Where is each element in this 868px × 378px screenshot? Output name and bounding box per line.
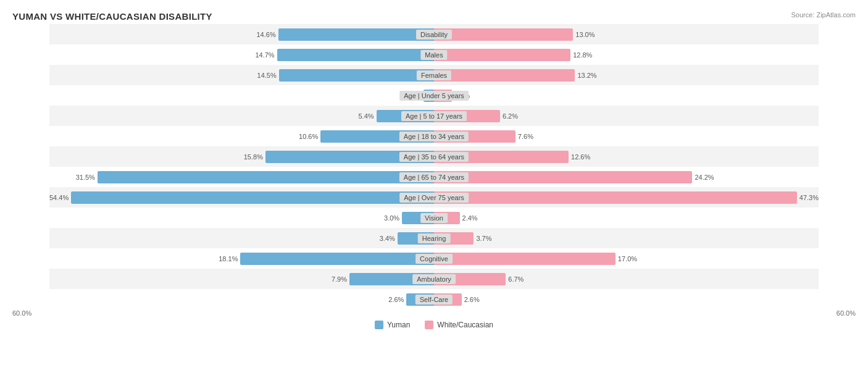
left-half: 3.4% [49, 228, 434, 248]
left-value: 7.9% [332, 275, 347, 283]
left-value: 3.0% [384, 214, 399, 222]
right-value: 13.0% [575, 31, 595, 38]
legend-yuman-box [375, 321, 383, 329]
pink-bar [434, 253, 616, 265]
right-half: 2.4% [434, 208, 819, 228]
right-value: 12.8% [573, 51, 592, 59]
left-half: 0.95% [49, 85, 434, 106]
pink-bar [434, 90, 452, 102]
table-row: 2.6% 2.6% Self-Care [49, 289, 819, 309]
blue-bar [265, 151, 434, 163]
right-half: 12.8% [434, 44, 819, 65]
left-value: 18.1% [219, 255, 238, 262]
table-row: 14.5% 13.2% Females [49, 65, 819, 85]
legend-white-label: White/Caucasian [437, 321, 493, 329]
left-half: 54.4% [49, 187, 434, 208]
left-half: 5.4% [49, 106, 434, 126]
pink-bar [434, 69, 575, 82]
blue-bar [278, 28, 434, 41]
right-half: 13.0% [434, 24, 819, 44]
pink-bar [434, 151, 569, 163]
blue-bar [377, 110, 434, 122]
pink-bar [434, 273, 506, 285]
pink-bar [434, 232, 474, 245]
table-row: 3.4% 3.7% Hearing [49, 228, 819, 248]
right-value: 2.6% [464, 296, 480, 303]
left-value: 15.8% [244, 153, 263, 161]
table-row: 31.5% 24.2% Age | 65 to 74 years [49, 167, 819, 187]
chart-title: Yuman vs White/Caucasian Disability [12, 11, 856, 22]
left-half: 7.9% [49, 269, 434, 289]
right-value: 6.2% [503, 112, 518, 120]
legend-yuman: Yuman [375, 321, 410, 329]
right-value: 17.0% [618, 255, 637, 262]
right-half: 13.2% [434, 65, 819, 85]
left-value: 5.4% [358, 112, 373, 120]
right-value: 6.7% [508, 275, 524, 283]
chart-container: Yuman vs White/Caucasian Disability Sour… [0, 0, 868, 335]
pink-bar [434, 212, 460, 224]
right-half: 7.6% [434, 126, 819, 146]
pink-bar [434, 130, 515, 143]
right-half: 17.0% [434, 248, 819, 269]
left-value: 2.6% [388, 296, 404, 303]
blue-bar [398, 232, 434, 245]
left-value: 54.4% [49, 194, 69, 201]
left-half: 2.6% [49, 289, 434, 309]
axis-left: 60.0% [12, 309, 31, 317]
right-value: 24.2% [695, 174, 714, 181]
left-value: 14.6% [256, 31, 275, 38]
right-half: 3.7% [434, 228, 819, 248]
right-value: 3.7% [476, 235, 491, 242]
blue-bar [277, 49, 434, 61]
left-half: 14.5% [49, 65, 434, 85]
right-value: 7.6% [518, 133, 533, 140]
table-row: 14.6% 13.0% Disability [49, 24, 819, 44]
left-value: 3.4% [380, 235, 395, 242]
left-half: 14.7% [49, 44, 434, 65]
legend-yuman-label: Yuman [387, 321, 410, 329]
left-half: 31.5% [49, 167, 434, 187]
pink-bar [434, 293, 462, 306]
table-row: 14.7% 12.8% Males [49, 44, 819, 65]
chart-body: 14.6% 13.0% Disability 14.7% 12.8% Males… [49, 24, 819, 309]
legend-white: White/Caucasian [425, 321, 493, 329]
left-value: 14.5% [257, 72, 277, 79]
blue-bar [349, 273, 434, 285]
blue-bar [406, 293, 434, 306]
right-value: 13.2% [577, 72, 596, 79]
pink-bar [434, 171, 692, 183]
pink-bar [434, 191, 797, 204]
blue-bar [402, 212, 434, 224]
right-half: 1.7% [434, 85, 819, 106]
left-value: 14.7% [255, 51, 274, 59]
left-value: 31.5% [76, 174, 95, 181]
table-row: 5.4% 6.2% Age | 5 to 17 years [49, 106, 819, 126]
left-half: 15.8% [49, 146, 434, 167]
table-row: 7.9% 6.7% Ambulatory [49, 269, 819, 289]
table-row: 54.4% 47.3% Age | Over 75 years [49, 187, 819, 208]
table-row: 15.8% 12.6% Age | 35 to 64 years [49, 146, 819, 167]
table-row: 0.95% 1.7% Age | Under 5 years [49, 85, 819, 106]
blue-bar [320, 130, 434, 143]
right-half: 47.3% [434, 187, 819, 208]
right-value: 2.4% [462, 214, 478, 222]
axis-right: 60.0% [837, 309, 856, 317]
table-row: 3.0% 2.4% Vision [49, 208, 819, 228]
table-row: 18.1% 17.0% Cognitive [49, 248, 819, 269]
right-value: 1.7% [454, 92, 470, 99]
source-label: Source: ZipAtlas.com [791, 11, 856, 19]
left-half: 14.6% [49, 24, 434, 44]
pink-bar [434, 28, 573, 41]
legend: Yuman White/Caucasian [12, 321, 856, 329]
right-value: 47.3% [799, 194, 819, 201]
pink-bar [434, 110, 500, 122]
right-half: 6.7% [434, 269, 819, 289]
table-row: 10.6% 7.6% Age | 18 to 34 years [49, 126, 819, 146]
right-half: 6.2% [434, 106, 819, 126]
left-half: 10.6% [49, 126, 434, 146]
left-value: 0.95% [402, 92, 421, 99]
legend-white-box [425, 321, 433, 329]
right-half: 2.6% [434, 289, 819, 309]
pink-bar [434, 49, 570, 61]
